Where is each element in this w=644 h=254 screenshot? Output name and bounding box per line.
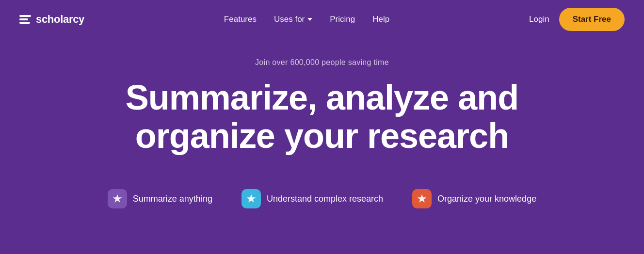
nav-right: Login Start Free	[529, 8, 625, 31]
navbar: scholarcy Features Uses for Pricing Help…	[0, 0, 644, 39]
summarize-icon	[108, 189, 127, 208]
nav-link-help[interactable]: Help	[372, 15, 389, 24]
organize-label: Organize your knowledge	[437, 194, 536, 204]
nav-item-features[interactable]: Features	[224, 15, 257, 24]
hero-title-line2: organize your research	[135, 116, 509, 155]
hero-subtitle: Join over 600,000 people saving time	[255, 58, 389, 67]
feature-pills: Summarize anything Understand complex re…	[108, 189, 536, 208]
nav-link-pricing[interactable]: Pricing	[330, 15, 355, 24]
organize-icon	[412, 189, 432, 208]
feature-pill-understand: Understand complex research	[242, 189, 383, 208]
understand-label: Understand complex research	[267, 194, 383, 204]
hero-title-line1: Summarize, analyze and	[126, 78, 518, 117]
login-link[interactable]: Login	[529, 15, 549, 24]
logo-text: scholarcy	[36, 13, 84, 26]
hero-title: Summarize, analyze and organize your res…	[126, 79, 518, 155]
nav-link-uses-for[interactable]: Uses for	[274, 15, 312, 24]
start-free-button[interactable]: Start Free	[559, 8, 625, 31]
nav-link-features[interactable]: Features	[224, 15, 257, 24]
hero-section: Join over 600,000 people saving time Sum…	[0, 39, 644, 208]
understand-icon	[242, 189, 261, 208]
chevron-down-icon	[307, 18, 312, 21]
summarize-label: Summarize anything	[133, 194, 212, 204]
nav-item-uses-for[interactable]: Uses for	[274, 15, 312, 24]
logo[interactable]: scholarcy	[19, 13, 84, 26]
feature-pill-organize: Organize your knowledge	[412, 189, 536, 208]
nav-item-help[interactable]: Help	[372, 15, 389, 24]
feature-pill-summarize: Summarize anything	[108, 189, 212, 208]
logo-icon	[19, 15, 31, 24]
nav-item-pricing[interactable]: Pricing	[330, 15, 355, 24]
nav-links: Features Uses for Pricing Help	[224, 15, 389, 24]
